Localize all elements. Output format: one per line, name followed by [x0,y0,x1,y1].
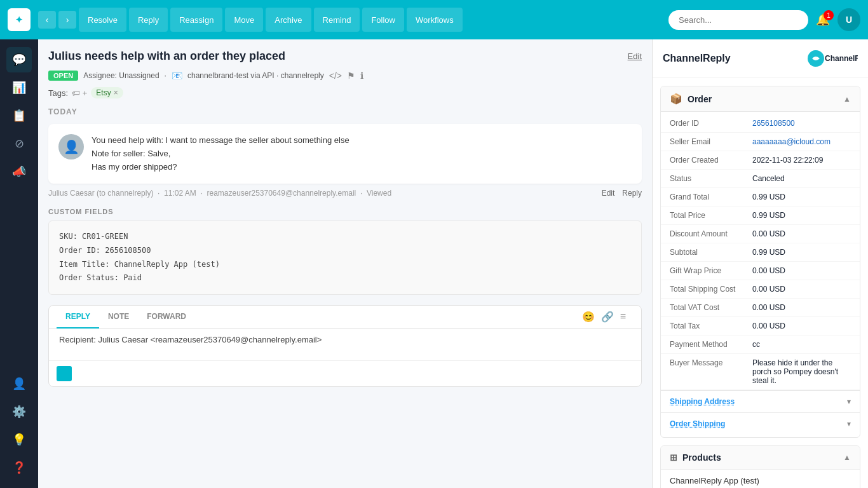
custom-field-sku: SKU: CR01-GREEN [59,230,631,244]
follow-button[interactable]: Follow [362,8,404,32]
order-created-value: 2022-11-03 22:22:09 [752,156,851,165]
info-icon[interactable]: ℹ [360,71,363,81]
filter-icon[interactable]: ⚑ [347,71,355,81]
sidebar-item-docs[interactable]: 📋 [6,103,32,128]
reply-message-link[interactable]: Reply [622,189,642,198]
total-tax-label: Total Tax [670,322,752,330]
message-email: reamazeuser25370649@channelreply.email [207,189,356,198]
reply-tabs: REPLY NOTE FORWARD 😊 🔗 ≡ [49,306,641,329]
reply-logo-area [49,360,641,386]
field-subtotal: Subtotal 0.99 USD [661,243,860,262]
channelreply-logo-svg: ChannelReply [807,50,858,67]
user-avatar[interactable]: U [837,8,860,31]
sender-avatar: 👤 [58,134,84,159]
sidebar-item-settings[interactable]: ⚙️ [6,399,32,424]
ticket-meta: OPEN Assignee: Unassigned · 📧 channelbra… [48,71,642,81]
field-payment-method: Payment Method cc [661,336,860,354]
message-line-1: You need help with: I want to message th… [92,134,632,147]
seller-email-label: Seller Email [670,137,752,146]
meta-dot: · [165,71,166,80]
sidebar-item-chat[interactable]: 💬 [6,47,32,72]
sidebar-item-analytics[interactable]: 📊 [6,75,32,100]
status-badge: OPEN [48,71,78,81]
tab-forward[interactable]: FORWARD [138,306,195,329]
subtotal-value: 0.99 USD [752,248,851,257]
main-layout: 💬 📊 📋 ⊘ 📣 👤 ⚙️ 💡 ❓ Julius needs help wit… [0,39,868,488]
assignee-text: Assignee: Unassigned [83,71,159,80]
tab-note[interactable]: NOTE [99,306,138,329]
remove-tag-button[interactable]: × [114,88,118,97]
tags-label: Tags: [48,88,68,98]
discount-value: 0.00 USD [752,229,851,238]
tab-reply[interactable]: REPLY [57,306,99,329]
sidebar-item-bulb[interactable]: 💡 [6,427,32,452]
archive-button[interactable]: Archive [266,8,311,32]
channelreply-logo-img [57,366,72,381]
workflows-button[interactable]: Workflows [407,8,463,32]
products-header[interactable]: ⊞ Products ▲ [661,446,860,470]
shipping-address-row[interactable]: Shipping Address ▾ [661,390,860,412]
payment-method-label: Payment Method [670,340,752,349]
order-shipping-row[interactable]: Order Shipping ▾ [661,412,860,435]
panel-brand-title: ChannelReply [663,53,731,64]
edit-link[interactable]: Edit [628,51,642,61]
nav-forward-button[interactable]: › [58,11,76,29]
order-id-value[interactable]: 2656108500 [752,119,795,128]
edit-message-link[interactable]: Edit [602,189,615,198]
shipping-address-label: Shipping Address [670,397,735,406]
reassign-button[interactable]: Reassign [170,8,222,32]
order-section-title: 📦 Order [670,93,712,105]
today-label: TODAY [48,107,642,116]
notification-badge: 1 [824,10,834,20]
left-sidebar: 💬 📊 📋 ⊘ 📣 👤 ⚙️ 💡 ❓ [0,39,38,488]
nav-back-button[interactable]: ‹ [38,11,56,29]
order-icon: 📦 [670,93,682,105]
sidebar-item-block[interactable]: ⊘ [6,131,32,156]
etsy-tag: Etsy × [91,87,123,98]
code-icon[interactable]: </> [329,71,342,81]
reply-box: REPLY NOTE FORWARD 😊 🔗 ≡ Recipient: Juli… [48,305,642,387]
seller-email-value[interactable]: aaaaaaaa@icloud.com [752,137,831,146]
resolve-button[interactable]: Resolve [79,8,126,32]
sidebar-item-megaphone[interactable]: 📣 [6,159,32,184]
tags-row: Tags: 🏷 + Etsy × [48,87,642,98]
ticket-header: Julius needs help with an order they pla… [48,50,642,63]
order-section-header[interactable]: 📦 Order ▲ [661,86,860,112]
field-discount: Discount Amount 0.00 USD [661,225,860,243]
status-value: Canceled [752,174,851,183]
search-input[interactable] [668,10,808,30]
move-button[interactable]: Move [225,8,263,32]
total-tax-value: 0.00 USD [752,322,851,330]
message-text: You need help with: I want to message th… [92,134,632,173]
product-item-0: ChannelReply App (test) [661,470,860,488]
message-bubble: 👤 You need help with: I want to message … [48,124,642,184]
message-status: Viewed [367,189,391,198]
channel-text: channelbrand-test via API · channelreply [187,71,324,80]
content-area: Julius needs help with an order they pla… [38,39,652,488]
products-section: ⊞ Products ▲ ChannelReply App (test) [660,445,860,488]
sidebar-item-users[interactable]: 👤 [6,371,32,396]
field-shipping-cost: Total Shipping Cost 0.00 USD [661,280,860,299]
format-icon[interactable]: ≡ [620,311,626,323]
emoji-icon[interactable]: 😊 [582,311,595,323]
total-price-label: Total Price [670,211,752,220]
sidebar-item-help[interactable]: ❓ [6,455,32,480]
top-navigation: ✦ ‹ › Resolve Reply Reassign Move Archiv… [0,0,868,39]
total-price-value: 0.99 USD [752,211,851,220]
add-tag-button[interactable]: 🏷 + [72,88,87,98]
shipping-cost-value: 0.00 USD [752,285,851,294]
recipient-line: Recipient: Julius Caesar <reamazeuser253… [59,335,322,344]
grand-total-value: 0.99 USD [752,193,851,201]
gift-wrap-label: Gift Wrap Price [670,266,752,275]
app-logo: ✦ [8,8,31,31]
field-vat-cost: Total VAT Cost 0.00 USD [661,299,860,317]
channel-icon: 📧 [172,71,182,81]
notifications-bell[interactable]: 🔔 1 [816,13,830,27]
link-icon[interactable]: 🔗 [601,311,614,323]
reply-button[interactable]: Reply [129,8,168,32]
remind-button[interactable]: Remind [314,8,360,32]
message-line-3: Has my order shipped? [92,161,632,174]
sender-name: Julius Caesar (to channelreply) [48,189,153,198]
reply-input: Recipient: Julius Caesar <reamazeuser253… [49,329,641,360]
tag-name: Etsy [96,88,111,97]
